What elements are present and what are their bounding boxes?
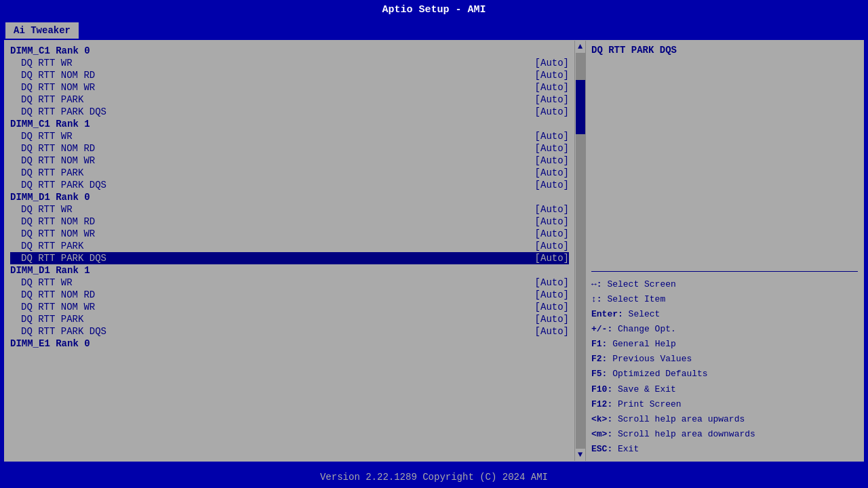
item-label: DQ RTT PARK DQS xyxy=(21,326,106,337)
item-label: DQ RTT NOM WR xyxy=(21,228,95,239)
shortcut-key: F2: xyxy=(591,354,612,364)
item-label: DQ RTT PARK DQS xyxy=(21,106,106,117)
shortcut-key: ESC: xyxy=(591,444,618,454)
main-container: DIMM_C1 Rank 0DQ RTT WR[Auto]DQ RTT NOM … xyxy=(4,40,864,462)
list-item[interactable]: DQ RTT PARK DQS[Auto] xyxy=(10,179,569,191)
item-value: [Auto] xyxy=(535,143,569,154)
shortcut-item: ↔: Select Screen xyxy=(591,277,858,292)
shortcut-action: Exit xyxy=(618,444,639,454)
item-value: [Auto] xyxy=(535,167,569,178)
list-item: DIMM_D1 Rank 0 xyxy=(10,191,569,203)
item-value: [Auto] xyxy=(535,228,569,239)
list-item[interactable]: DQ RTT PARK DQS[Auto] xyxy=(10,252,569,264)
shortcut-item: +/-: Change Opt. xyxy=(591,322,858,337)
list-item[interactable]: DQ RTT NOM RD[Auto] xyxy=(10,142,569,155)
list-item[interactable]: DQ RTT WR[Auto] xyxy=(10,277,569,289)
section-header-label: DIMM_D1 Rank 1 xyxy=(10,265,90,276)
list-item[interactable]: DQ RTT WR[Auto] xyxy=(10,57,569,69)
help-divider xyxy=(591,271,858,272)
item-label: DQ RTT NOM WR xyxy=(21,155,95,166)
help-title: DQ RTT PARK DQS xyxy=(591,45,858,56)
list-item[interactable]: DQ RTT NOM RD[Auto] xyxy=(10,69,569,81)
shortcut-action: Select Item xyxy=(607,294,665,304)
list-item[interactable]: DQ RTT NOM RD[Auto] xyxy=(10,216,569,228)
scroll-up-arrow[interactable]: ▲ xyxy=(576,41,584,53)
list-item[interactable]: DQ RTT WR[Auto] xyxy=(10,203,569,216)
shortcut-item: ESC: Exit xyxy=(591,442,858,457)
item-label: DQ RTT PARK xyxy=(21,241,83,251)
list-item[interactable]: DQ RTT PARK[Auto] xyxy=(10,94,569,106)
list-item[interactable]: DQ RTT PARK[Auto] xyxy=(10,313,569,325)
shortcut-action: Save & Exit xyxy=(618,384,676,394)
shortcut-key: ↕: xyxy=(591,294,607,304)
shortcut-key: F5: xyxy=(591,369,612,379)
list-item[interactable]: DQ RTT NOM WR[Auto] xyxy=(10,155,569,167)
list-item[interactable]: DQ RTT PARK DQS[Auto] xyxy=(10,106,569,118)
shortcut-key: F10: xyxy=(591,384,618,394)
list-item[interactable]: DQ RTT NOM RD[Auto] xyxy=(10,289,569,301)
list-item[interactable]: DQ RTT PARK DQS[Auto] xyxy=(10,325,569,338)
item-value: [Auto] xyxy=(535,253,569,264)
item-label: DQ RTT WR xyxy=(21,131,73,142)
title-bar: Aptio Setup - AMI xyxy=(0,0,868,20)
app-title: Aptio Setup - AMI xyxy=(382,4,486,16)
list-item: DIMM_C1 Rank 0 xyxy=(10,45,569,57)
shortcut-key: +/-: xyxy=(591,324,618,334)
left-panel: DIMM_C1 Rank 0DQ RTT WR[Auto]DQ RTT NOM … xyxy=(5,41,574,461)
item-label: DQ RTT WR xyxy=(21,58,73,68)
item-value: [Auto] xyxy=(535,106,569,117)
section-header-label: DIMM_C1 Rank 0 xyxy=(10,45,90,56)
item-value: [Auto] xyxy=(535,58,569,68)
item-label: DQ RTT NOM WR xyxy=(21,82,95,93)
ai-tweaker-tab[interactable]: Ai Tweaker xyxy=(5,22,79,39)
tab-bar: Ai Tweaker xyxy=(0,20,868,39)
item-label: DQ RTT PARK xyxy=(21,314,83,325)
shortcut-action: Select xyxy=(629,309,660,319)
scroll-down-arrow[interactable]: ▼ xyxy=(576,449,584,461)
shortcut-action: Select Screen xyxy=(607,279,675,289)
item-value: [Auto] xyxy=(535,277,569,288)
item-value: [Auto] xyxy=(535,155,569,166)
shortcut-action: General Help xyxy=(612,339,676,349)
list-item[interactable]: DQ RTT PARK[Auto] xyxy=(10,240,569,252)
shortcut-item: F12: Print Screen xyxy=(591,397,858,412)
item-value: [Auto] xyxy=(535,289,569,300)
list-item[interactable]: DQ RTT NOM WR[Auto] xyxy=(10,81,569,94)
scroll-track xyxy=(576,53,585,449)
version-text: Version 2.22.1289 Copyright (C) 2024 AMI xyxy=(320,472,548,483)
item-label: DQ RTT NOM WR xyxy=(21,302,95,312)
shortcut-item: F5: Optimized Defaults xyxy=(591,367,858,382)
scroll-thumb[interactable] xyxy=(576,80,585,134)
list-item[interactable]: DQ RTT NOM WR[Auto] xyxy=(10,301,569,313)
item-value: [Auto] xyxy=(535,131,569,142)
item-value: [Auto] xyxy=(535,70,569,81)
shortcut-item: F10: Save & Exit xyxy=(591,382,858,397)
item-label: DQ RTT PARK DQS xyxy=(21,253,106,264)
item-label: DQ RTT PARK xyxy=(21,167,83,178)
item-value: [Auto] xyxy=(535,314,569,325)
shortcut-key: Enter: xyxy=(591,309,629,319)
item-value: [Auto] xyxy=(535,94,569,105)
item-value: [Auto] xyxy=(535,302,569,312)
list-item: DIMM_C1 Rank 1 xyxy=(10,118,569,130)
item-value: [Auto] xyxy=(535,180,569,190)
item-label: DQ RTT PARK DQS xyxy=(21,180,106,190)
list-item: DIMM_D1 Rank 1 xyxy=(10,264,569,277)
shortcut-key: <m>: xyxy=(591,429,618,439)
list-item[interactable]: DQ RTT PARK[Auto] xyxy=(10,167,569,179)
right-panel: DQ RTT PARK DQS ↔: Select Screen↕: Selec… xyxy=(585,41,863,461)
item-label: DQ RTT WR xyxy=(21,277,73,288)
item-value: [Auto] xyxy=(535,204,569,215)
item-value: [Auto] xyxy=(535,82,569,93)
shortcut-item: <m>: Scroll help area downwards xyxy=(591,427,858,442)
item-value: [Auto] xyxy=(535,241,569,251)
scrollbar[interactable]: ▲ ▼ xyxy=(574,41,585,461)
shortcut-action: Previous Values xyxy=(612,354,692,364)
section-header-label: DIMM_E1 Rank 0 xyxy=(10,338,90,349)
list-item[interactable]: DQ RTT NOM WR[Auto] xyxy=(10,228,569,240)
shortcut-key: F1: xyxy=(591,339,612,349)
shortcut-action: Change Opt. xyxy=(618,324,676,334)
list-item[interactable]: DQ RTT WR[Auto] xyxy=(10,130,569,142)
item-label: DQ RTT PARK xyxy=(21,94,83,105)
shortcut-action: Print Screen xyxy=(618,399,682,409)
